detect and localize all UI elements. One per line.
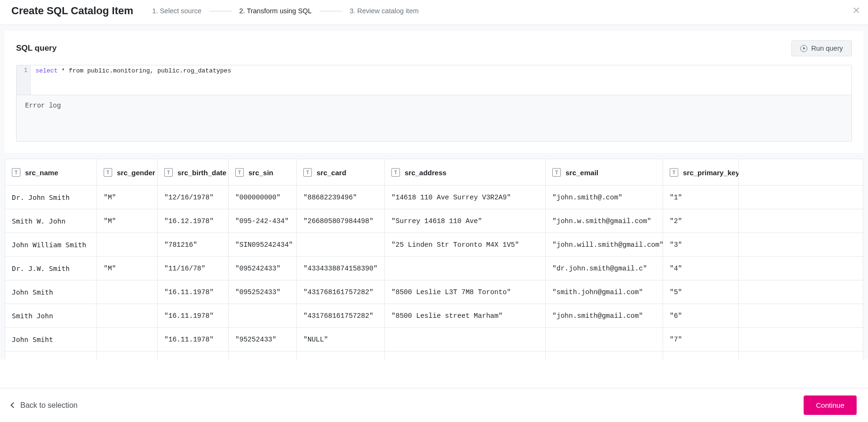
cell-src_primary_key: "5" [663,280,738,304]
cell-src_address: "8500 Leslie street Marham" [384,304,545,327]
cell-src_gender [97,327,157,351]
cell-src_birth_date: "16.12.1978" [157,209,228,233]
cell-src_name: Dr. J.W. Smith [5,256,97,280]
cell-src_gender: "M" [97,209,157,233]
column-label: src_name [25,169,58,177]
cell-src_card: "266805807984498" [296,209,384,233]
table-row[interactable] [5,351,863,359]
back-label: Back to selection [20,401,78,410]
cell-src_gender: "M" [97,185,157,209]
run-query-label: Run query [811,45,843,52]
cell-filler [738,233,863,256]
back-link[interactable]: Back to selection [11,401,78,410]
cell-src_birth_date: "16.11.1978" [157,304,228,327]
line-gutter: 1 [17,65,31,95]
column-header-src_name[interactable]: Tsrc_name [5,159,97,185]
cell-src_card [296,351,384,359]
cell-src_name: Dr. John Smith [5,185,97,209]
table-row[interactable]: John William Smith"781216""SIN095242434"… [5,233,863,256]
close-icon[interactable]: ✕ [852,6,860,15]
column-label: src_card [317,169,346,177]
cell-src_gender: "M" [97,256,157,280]
cell-src_email: "dr.john.smith@gmail.c" [545,256,663,280]
table-row[interactable]: Dr. John Smith"M""12/16/1978""000000000"… [5,185,863,209]
sql-panel-title: SQL query [16,44,57,53]
cell-src_birth_date: "16.11.1978" [157,327,228,351]
cell-filler [738,304,863,327]
step-1[interactable]: 1. Select source [152,7,202,15]
cell-src_email [545,327,663,351]
cell-src_sin: "095-242-434" [228,209,296,233]
step-divider [319,11,342,11]
column-label: src_birth_date [177,169,226,177]
cell-src_sin: "95252433" [228,327,296,351]
cell-src_birth_date: "11/16/78" [157,256,228,280]
body: SQL query Run query 1 select * from publ… [0,25,868,359]
column-header-src_address[interactable]: Tsrc_address [384,159,545,185]
cell-src_email: "john.smith@gmail.com" [545,304,663,327]
table-row[interactable]: Smith W. John"M""16.12.1978""095-242-434… [5,209,863,233]
cell-src_card: "431768161757282" [296,280,384,304]
sql-code-line[interactable]: select * from public.monitoring, public.… [31,65,236,95]
step-3[interactable]: 3. Review catalog item [350,7,419,15]
table-body: Dr. John Smith"M""12/16/1978""000000000"… [5,185,863,359]
step-2[interactable]: 2. Transform using SQL [239,7,312,15]
column-header-src_sin[interactable]: Tsrc_sin [228,159,296,185]
cell-src_gender [97,304,157,327]
cell-src_name: John Smiht [5,327,97,351]
cell-filler [738,256,863,280]
cell-src_primary_key: "2" [663,209,738,233]
cell-src_gender [97,280,157,304]
cell-src_birth_date: "16.11.1978" [157,280,228,304]
column-header-src_primary_key[interactable]: Tsrc_primary_key [663,159,738,185]
column-header-src_email[interactable]: Tsrc_email [545,159,663,185]
cell-filler [738,185,863,209]
cell-src_name: Smith W. John [5,209,97,233]
cell-filler [738,280,863,304]
cell-src_email [545,351,663,359]
column-header-src_birth_date[interactable]: Tsrc_birth_date [157,159,228,185]
cell-src_email: "john.smith@.com" [545,185,663,209]
cell-src_birth_date: "12/16/1978" [157,185,228,209]
continue-button[interactable]: Continue [804,395,857,415]
cell-src_name: John Smith [5,280,97,304]
column-header-src_gender[interactable]: Tsrc_gender [97,159,157,185]
table-row[interactable]: John Smiht"16.11.1978""95252433""NULL""7… [5,327,863,351]
table-row[interactable]: Dr. J.W. Smith"M""11/16/78""095242433""4… [5,256,863,280]
text-type-icon: T [235,168,244,177]
cell-src_name: John William Smith [5,233,97,256]
column-label: src_sin [248,169,274,177]
play-icon [800,45,807,52]
cell-src_sin: "095252433" [228,280,296,304]
cell-src_address: "Surrey 14618 110 Ave" [384,209,545,233]
cell-filler [738,209,863,233]
cell-src_sin: "SIN095242434" [228,233,296,256]
sql-rest: * from public.monitoring, public.rog_dat… [58,67,231,74]
cell-src_card: "431768161757282" [296,304,384,327]
cell-src_sin [228,351,296,359]
cell-src_name [5,351,97,359]
cell-filler [738,351,863,359]
results-table: Tsrc_nameTsrc_genderTsrc_birth_dateTsrc_… [5,159,863,359]
column-header-src_card[interactable]: Tsrc_card [296,159,384,185]
cell-src_email: "john.will.smith@gmail.com" [545,233,663,256]
cell-src_primary_key: "1" [663,185,738,209]
cell-src_sin [228,304,296,327]
cell-src_email: "john.w.smith@gmail.com" [545,209,663,233]
cell-src_card [296,233,384,256]
cell-src_sin: "000000000" [228,185,296,209]
step-divider [209,11,232,11]
column-label: src_email [566,169,598,177]
table-row[interactable]: Smith John"16.11.1978""431768161757282""… [5,304,863,327]
run-query-button[interactable]: Run query [791,40,852,56]
column-label: src_gender [117,169,155,177]
sql-editor-code[interactable]: 1 select * from public.monitoring, publi… [17,65,851,95]
cell-src_name: Smith John [5,304,97,327]
cell-src_address [384,351,545,359]
cell-src_address [384,256,545,280]
table-row[interactable]: John Smith"16.11.1978""095252433""431768… [5,280,863,304]
cell-src_primary_key: "6" [663,304,738,327]
sql-panel: SQL query Run query 1 select * from publ… [5,31,863,153]
text-type-icon: T [104,168,112,177]
text-type-icon: T [552,168,561,177]
